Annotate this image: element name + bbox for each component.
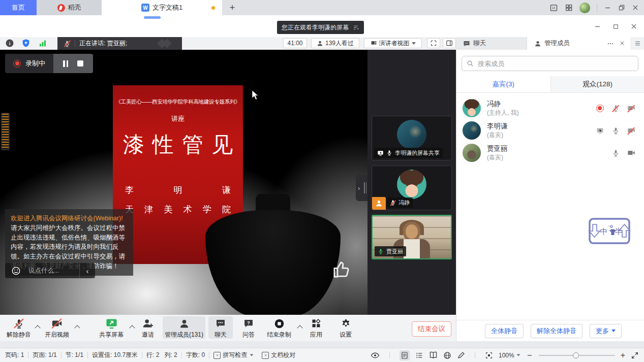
ribbon-blue-pill (144, 16, 161, 19)
zoom-slider[interactable] (539, 355, 615, 356)
member-name: 贾亚丽 (487, 144, 508, 153)
end-meeting-button[interactable]: 结束会议 (412, 321, 451, 337)
wps-restore-icon[interactable] (618, 4, 625, 11)
start-video-button[interactable]: 开启视频 (42, 317, 72, 339)
spell-check-toggle[interactable]: 拼写检查 (213, 351, 254, 359)
thumbs-up-reaction-icon[interactable] (330, 259, 352, 280)
tab-guests[interactable]: 嘉宾(3) (456, 76, 550, 92)
panel-more-icon[interactable] (607, 40, 614, 47)
recording-options-chevron[interactable] (297, 325, 302, 331)
checkbox-x-icon (213, 352, 221, 359)
meeting-info-icon[interactable] (5, 39, 14, 48)
camera-muted-icon[interactable] (627, 126, 635, 135)
video-tile-fengjing[interactable]: 冯静 (372, 166, 452, 210)
setting-value-status: 设置值: 10.7厘米 (92, 351, 138, 359)
proofread-toggle[interactable]: 文档校对 (262, 351, 295, 359)
mic-muted-icon[interactable] (612, 105, 620, 112)
video-options-chevron[interactable] (74, 325, 80, 331)
side-menu-icon[interactable] (634, 40, 641, 47)
screen-watermark-stamp: 中 ’ 半 (587, 214, 632, 248)
zoom-in-button[interactable]: + (621, 351, 625, 360)
invite-button[interactable]: 邀请 (136, 317, 160, 339)
fullscreen-icon[interactable] (631, 351, 639, 359)
tab-docer-label: 稻壳 (68, 3, 81, 12)
quick-chat-input[interactable]: 说点什么... (26, 263, 79, 278)
person-plus-icon (142, 318, 154, 329)
panel-close-icon[interactable] (619, 40, 625, 46)
word-count-status[interactable]: 字数: 0 (186, 351, 205, 359)
zoom-level-dropdown[interactable]: 100% (499, 352, 520, 359)
mic-active-icon[interactable] (612, 149, 620, 157)
mic-options-chevron[interactable] (35, 325, 40, 331)
wps-minimize-icon[interactable] (604, 4, 611, 12)
tab-docer[interactable]: 稻壳 (37, 0, 102, 15)
pause-recording-button[interactable] (63, 60, 68, 67)
collapse-video-strip-handle[interactable]: › (356, 175, 367, 201)
qa-button[interactable]: 问答 (237, 317, 260, 339)
member-row-jiayali[interactable]: 贾亚丽 (嘉宾) (456, 139, 644, 167)
more-button[interactable]: 更多 (590, 324, 622, 338)
stop-recording-button[interactable] (77, 60, 83, 67)
page-view-button[interactable] (400, 350, 410, 360)
welcome-title: 欢迎进入腾讯会议网络研讨会(Webinar)! (11, 215, 123, 222)
web-view-icon[interactable] (443, 351, 451, 359)
meeting-security-shield-icon[interactable] (21, 39, 30, 48)
member-tabs: 嘉宾(3) 观众(128) (456, 76, 644, 93)
video-tile-jiayali[interactable]: 贾亚丽 (372, 215, 452, 259)
svg-text:中: 中 (600, 227, 608, 236)
wps-close-icon[interactable] (632, 4, 639, 11)
collapse-chat-button[interactable]: ‹ (79, 263, 95, 278)
unmute-button[interactable]: 解除静音 (4, 317, 34, 339)
wps-status-bar: 页码: 1 页面: 1/1 节: 1/1 设置值: 10.7厘米 行: 2 列:… (0, 348, 644, 362)
fit-page-icon[interactable] (485, 351, 493, 359)
member-search-input[interactable] (477, 59, 633, 68)
emoji-button[interactable] (5, 263, 26, 278)
write-mode-icon[interactable] (457, 351, 465, 359)
fullscreen-button[interactable] (427, 38, 440, 48)
mute-all-button[interactable]: 全体静音 (485, 324, 524, 338)
zoom-slider-knob[interactable] (573, 352, 579, 358)
eye-protect-icon[interactable] (371, 351, 380, 360)
chat-button[interactable]: 聊天 (208, 316, 233, 339)
single-page-view-icon[interactable] (549, 4, 558, 12)
workspace-grid-icon[interactable] (565, 4, 573, 12)
camera-muted-icon[interactable] (627, 104, 635, 112)
drag-grip-icon (364, 182, 366, 193)
meeting-logo-watermark (159, 39, 174, 48)
network-signal-icon[interactable] (38, 39, 47, 48)
meeting-minimize-button[interactable] (590, 20, 604, 32)
outline-view-icon[interactable] (415, 351, 423, 359)
screen-sharing-icon[interactable] (596, 127, 604, 135)
share-screen-button[interactable]: 共享屏幕 (96, 317, 127, 339)
zoom-out-button[interactable] (526, 352, 533, 359)
viewer-count[interactable]: 139人看过 (311, 38, 359, 48)
unmute-all-button[interactable]: 解除全体静音 (531, 324, 582, 338)
tab-home[interactable]: 首页 (0, 0, 37, 15)
member-search-box[interactable] (462, 56, 638, 71)
mic-icon[interactable] (612, 127, 620, 135)
account-avatar[interactable] (579, 3, 590, 13)
panel-tab-members[interactable]: 管理成员 (527, 37, 630, 50)
slide-edge-strip (1, 113, 10, 150)
manage-members-button[interactable]: 管理成员(131) (163, 316, 205, 339)
share-options-chevron[interactable] (129, 325, 135, 331)
new-tab-button[interactable]: + (222, 0, 242, 15)
panel-tab-chat[interactable]: 聊天 (456, 37, 527, 50)
camera-on-icon[interactable] (627, 149, 635, 157)
avatar-li-mingqian (463, 121, 481, 140)
meeting-maximize-button[interactable] (608, 20, 623, 32)
apps-button[interactable]: 应用 (304, 317, 328, 339)
meeting-close-button[interactable] (627, 20, 641, 32)
tab-audience[interactable]: 观众(128) (550, 76, 644, 92)
video-tile-screen-share[interactable]: 李明谦的屏幕共享 (372, 116, 452, 160)
member-role: (嘉宾) (487, 131, 508, 139)
mic-muted-icon (390, 200, 396, 206)
stop-recording-button[interactable]: 结束录制 (263, 317, 295, 339)
toggle-sidebar-button[interactable] (443, 38, 456, 48)
read-mode-icon[interactable] (429, 351, 438, 359)
tab-document[interactable]: W 文字文稿1 (102, 0, 222, 15)
settings-button[interactable]: 设置 (333, 317, 358, 339)
section-status: 节: 1/1 (66, 351, 83, 359)
view-mode-dropdown[interactable]: 演讲者视图 (364, 38, 422, 48)
sort-list-icon[interactable] (353, 24, 359, 31)
